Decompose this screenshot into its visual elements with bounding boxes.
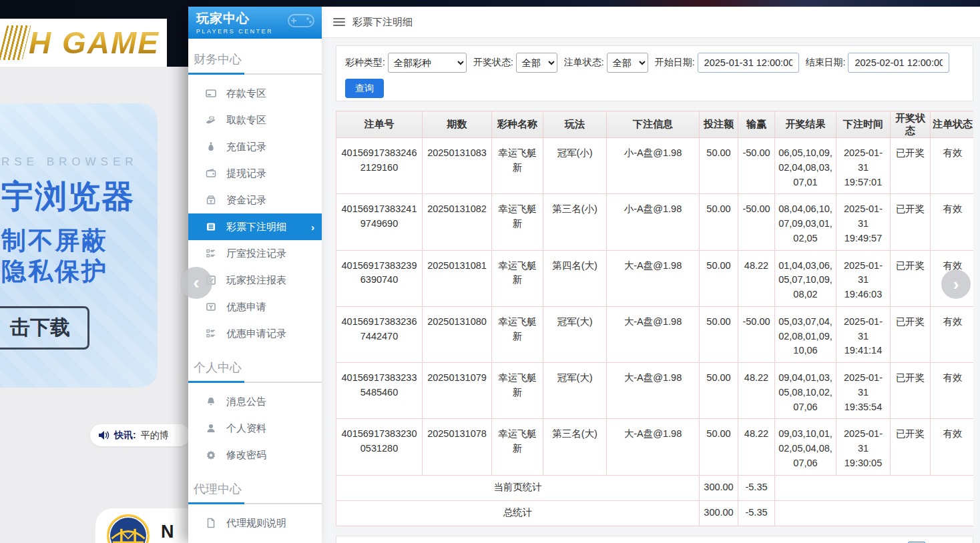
sidebar-item[interactable]: 代理团队统计 (188, 536, 322, 543)
summary-empty (775, 475, 974, 500)
sidebar-item[interactable]: 彩票下注明细› (188, 213, 322, 240)
section-underline (188, 382, 322, 383)
table-cell: 50.00 (700, 419, 738, 475)
ad-download-button[interactable]: 击下载 (0, 306, 89, 350)
filter-panel: 彩种类型: 全部彩种 开奖状态: 全部 注单状态: 全部 开始日期: 结束日期:… (336, 45, 973, 101)
sidebar-item[interactable]: 取款专区 (188, 107, 322, 133)
bet-table: 注单号期数彩种名称玩法下注信息投注额输赢开奖结果下注时间开奖状态注单状态 401… (336, 111, 973, 526)
summary-row: 当前页统计300.00-5.35 (336, 475, 974, 500)
notice-bell-icon (206, 396, 216, 407)
sidebar-item[interactable]: 优惠申请 (188, 294, 322, 320)
sidebar-item-label: 玩家投注报表 (226, 274, 286, 287)
order-status-select[interactable]: 全部 (607, 53, 648, 73)
bet-table-container: 注单号期数彩种名称玩法下注信息投注额输赢开奖结果下注时间开奖状态注单状态 401… (336, 111, 973, 526)
recharge-records-icon (206, 141, 216, 152)
sidebar-section-title: 个人中心 (188, 347, 322, 382)
table-cell: 08,04,06,10,07,09,03,01,02,05 (775, 194, 836, 250)
pagination-bar: 每页显示20条 共6条 首页 上一页 [1] 下一页 第 页 跳转 (336, 536, 973, 543)
summary-label: 当前页统计 (336, 475, 700, 500)
table-cell: 50.00 (700, 138, 738, 194)
funds-records-icon (206, 195, 216, 205)
table-scroll-right-button[interactable]: › (941, 269, 971, 299)
table-cell: 2025-01-31 19:57:01 (836, 138, 891, 194)
browser-ad-banner[interactable]: RSE BROWSER 宇浏览器 制不屏蔽 隐私保护 击下载 (0, 103, 158, 388)
query-button[interactable]: 查询 (345, 79, 384, 98)
draw-status-select[interactable]: 全部 (516, 53, 557, 73)
sidebar-item[interactable]: 资金记录 (188, 187, 322, 213)
promo-apply-icon (206, 302, 216, 312)
table-cell: 401569173832335485460 (336, 363, 423, 419)
news-ticker[interactable]: 快讯: 平的博 (90, 424, 190, 446)
sidebar-item-label: 个人资料 (226, 422, 266, 435)
table-cell: -50.00 (738, 306, 775, 362)
table-cell: 大-A盘@1.98 (607, 419, 700, 475)
start-date-label: 开始日期: (655, 57, 695, 69)
table-row: 40156917383239639074020250131081幸运飞艇新第四名… (336, 250, 974, 306)
withdraw-icon (206, 115, 216, 125)
column-header: 彩种名称 (492, 111, 543, 138)
table-cell: 第四名(大) (543, 250, 607, 306)
table-cell: 2025-01-31 19:35:54 (836, 363, 891, 419)
table-cell: 401569173832396390740 (336, 250, 423, 306)
summary-bet-total: 300.00 (700, 475, 738, 500)
table-cell: 2025-01-31 19:46:03 (836, 250, 891, 306)
column-header: 开奖状态 (891, 111, 931, 138)
sidebar-item-label: 存款专区 (226, 87, 266, 100)
table-cell: 50.00 (700, 250, 738, 306)
sidebar-item[interactable]: 修改密码 (188, 442, 322, 468)
hamburger-menu-icon[interactable] (333, 18, 345, 26)
sidebar-item[interactable]: 存款专区 (188, 80, 322, 107)
table-cell: 有效 (931, 306, 974, 362)
start-date-input[interactable] (698, 53, 799, 73)
sidebar-item[interactable]: 提现记录 (188, 160, 322, 187)
table-cell: 已开奖 (891, 419, 931, 475)
sidebar-item-label: 修改密码 (226, 449, 266, 462)
table-row: 40156917383233548546020250131079幸运飞艇新冠军(… (336, 363, 974, 419)
main-panel: 彩票下注明细 彩种类型: 全部彩种 开奖状态: 全部 注单状态: 全部 开始日期… (322, 7, 980, 543)
order-status-label: 注单状态: (564, 57, 604, 69)
sidebar-item[interactable]: 优惠申请记录 (188, 320, 322, 347)
site-logo-bar: H GAME (0, 19, 167, 67)
drawer-collapse-button[interactable]: ‹ (180, 267, 212, 299)
sidebar-item[interactable]: 代理规则说明 (188, 510, 322, 536)
lottery-type-select[interactable]: 全部彩种 (388, 53, 467, 73)
table-cell: 01,04,03,06,05,07,10,09,08,02 (775, 250, 836, 306)
table-cell: 冠军(小) (543, 138, 607, 194)
section-underline (188, 503, 322, 504)
table-cell: 幸运飞艇新 (492, 138, 543, 194)
logo-bars-icon (0, 25, 31, 60)
table-cell: 第三名(大) (543, 419, 607, 475)
team-logo (107, 514, 150, 543)
table-cell: 48.22 (738, 250, 775, 306)
table-cell: 冠军(大) (543, 363, 607, 419)
table-cell: 20250131080 (423, 306, 492, 362)
lottery-type-label: 彩种类型: (345, 57, 385, 69)
table-cell: 48.22 (738, 419, 775, 475)
main-topbar: 彩票下注明细 (322, 7, 980, 38)
sidebar-item-label: 优惠申请记录 (226, 328, 286, 340)
column-header: 投注额 (700, 111, 738, 138)
column-header: 下注时间 (836, 111, 891, 138)
summary-winloss-total: -5.35 (738, 475, 775, 500)
table-cell: 幸运飞艇新 (492, 194, 543, 250)
table-cell: 20250131083 (423, 138, 492, 194)
table-cell: 401569173832419749690 (336, 194, 423, 250)
sidebar-item[interactable]: 消息公告 (188, 388, 322, 415)
sidebar-item-label: 提现记录 (226, 167, 266, 180)
sidebar-item-label: 优惠申请 (226, 301, 266, 314)
table-cell: 已开奖 (891, 363, 931, 419)
table-cell: 已开奖 (891, 138, 931, 194)
sidebar-item[interactable]: 充值记录 (188, 133, 322, 160)
end-date-input[interactable] (848, 53, 949, 73)
speaker-icon (98, 430, 109, 440)
sidebar-item-label: 充值记录 (226, 141, 266, 153)
table-body: 40156917383246212916020250131083幸运飞艇新冠军(… (336, 138, 974, 526)
sidebar-item[interactable]: 个人资料 (188, 415, 322, 442)
table-cell: 20250131078 (423, 419, 492, 475)
sidebar-section-title: 代理中心 (188, 468, 322, 503)
ad-feature-2: 隐私保护 (1, 256, 158, 287)
table-row: 40156917383241974969020250131082幸运飞艇新第三名… (336, 194, 974, 250)
sidebar-item[interactable]: 厅室投注记录 (188, 240, 322, 267)
ticker-text: 平的博 (141, 430, 169, 442)
ad-feature-1: 制不屏蔽 (1, 225, 158, 256)
